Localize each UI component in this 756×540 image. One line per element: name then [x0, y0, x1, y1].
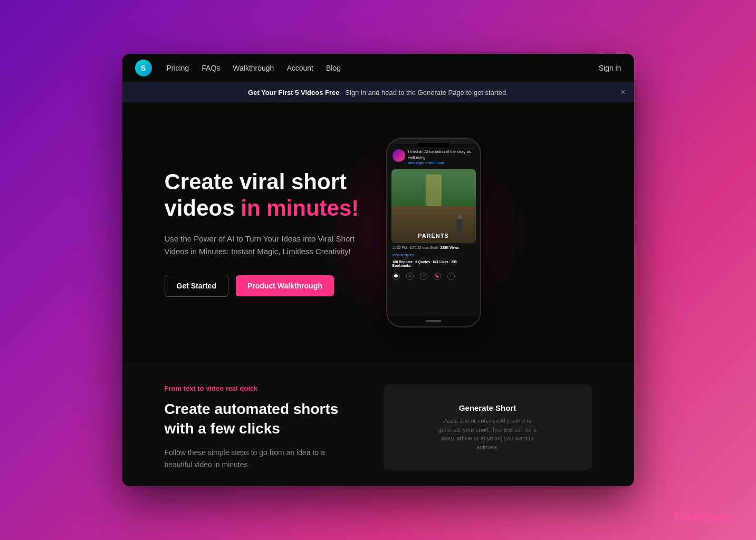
hallway-person — [456, 219, 463, 233]
hero-section: Create viral short videos in minutes! Us… — [122, 102, 634, 363]
banner-close-button[interactable]: × — [620, 88, 625, 97]
hero-content: Create viral short videos in minutes! Us… — [165, 169, 365, 297]
bottom-right-card: Generate Short Paste text or enter an AI… — [384, 384, 592, 470]
bottom-tag: From text to video real quick — [165, 384, 352, 392]
generate-short-card: Generate Short Paste text or enter an AI… — [435, 403, 540, 451]
banner-body: Sign in and head to the Generate Page to… — [345, 89, 508, 97]
like-icon[interactable]: ♡ — [420, 273, 427, 280]
phone-tweet-header: I tried an AI narration of the story as … — [387, 144, 480, 169]
bottom-description: Follow these simple steps to go from an … — [165, 447, 352, 470]
nav-link-pricing[interactable]: Pricing — [167, 64, 189, 72]
repost-icon[interactable]: ↩ — [406, 273, 414, 280]
bottom-title: Create automated shorts with a few click… — [165, 400, 352, 438]
hero-title-accent: in minutes! — [241, 196, 359, 220]
phone-video-bg: PARENTS — [391, 169, 476, 243]
phone-stats: 11:32 PM · 10/5/23 from Earth 225K Views — [387, 243, 480, 252]
phone-mockup: I tried an AI narration of the story as … — [386, 138, 481, 327]
hallway-door — [426, 175, 442, 206]
phone-stats-views: 225K Views — [441, 246, 460, 249]
phone-video-area: PARENTS — [391, 169, 476, 243]
phone-action-bar: 💬 ↩ ♡ 🔖 ↑ — [387, 269, 480, 283]
banner-strong: Get Your First 5 Videos Free — [248, 89, 339, 97]
hero-buttons: Get Started Product Walkthrough — [165, 275, 365, 297]
phone-container: I tried an AI narration of the story as … — [386, 138, 481, 327]
product-walkthrough-button[interactable]: Product Walkthrough — [236, 275, 334, 296]
generate-short-title: Generate Short — [435, 403, 540, 412]
browser-window: S Pricing FAQs Walkthrough Account Blog … — [122, 54, 634, 486]
nav-link-account[interactable]: Account — [286, 64, 313, 72]
hero-title-line2: videos — [165, 196, 241, 220]
fivetaco-watermark: FiveTaco — [674, 509, 731, 525]
banner-content: Get Your First 5 Videos Free · Sign in a… — [248, 89, 508, 97]
nav-link-blog[interactable]: Blog — [326, 64, 341, 72]
tweet-avatar — [393, 149, 405, 162]
comment-icon[interactable]: 💬 — [393, 273, 400, 280]
hero-title-line1: Create viral short — [165, 169, 347, 194]
sign-in-button[interactable]: Sign in — [599, 64, 621, 72]
bottom-section: From text to video real quick Create aut… — [122, 363, 634, 486]
share-icon[interactable]: ↑ — [447, 273, 455, 280]
banner-separator: · — [341, 89, 343, 97]
hero-title: Create viral short videos in minutes! — [165, 169, 365, 222]
generate-short-subtitle: Paste text or enter an AI prompt to gene… — [435, 417, 540, 451]
nav-link-faqs[interactable]: FAQs — [202, 64, 220, 72]
hero-subtitle: Use the Power of AI to Turn Your Ideas i… — [165, 233, 365, 258]
bottom-left-content: From text to video real quick Create aut… — [165, 384, 352, 470]
phone-notch — [418, 143, 449, 147]
bookmark-icon[interactable]: 🔖 — [434, 273, 441, 280]
tweet-link: shortsgenerator.com — [408, 160, 444, 165]
phone-home-bar — [387, 316, 480, 326]
video-title-overlay: PARENTS — [418, 233, 449, 239]
get-started-button[interactable]: Get Started — [165, 275, 228, 297]
phone-analytics-link[interactable]: View analytics — [387, 252, 480, 259]
phone-screen: I tried an AI narration of the story as … — [387, 144, 480, 316]
promo-banner: Get Your First 5 Videos Free · Sign in a… — [122, 82, 634, 102]
navbar: S Pricing FAQs Walkthrough Account Blog … — [122, 54, 634, 82]
tweet-text: I tried an AI narration of the story as … — [408, 149, 475, 166]
nav-link-walkthrough[interactable]: Walkthrough — [233, 64, 274, 72]
phone-engagement: 106 Reposte · 8 Quotes · 641 Likes · 239… — [387, 259, 480, 269]
home-bar-indicator — [426, 320, 442, 322]
nav-links: Pricing FAQs Walkthrough Account Blog — [167, 64, 341, 72]
logo-icon[interactable]: S — [135, 60, 152, 76]
logo-letter: S — [141, 64, 146, 72]
